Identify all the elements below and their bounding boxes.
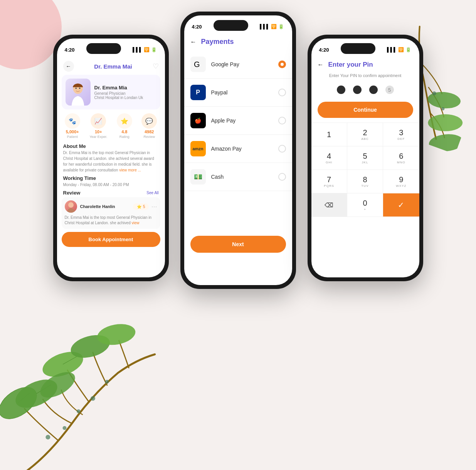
payment-item-cash[interactable]: 💵 Cash (184, 163, 292, 191)
key-3[interactable]: 3 DEF (383, 123, 419, 146)
back-button-2[interactable]: ← (190, 39, 197, 45)
key-confirm[interactable]: ✓ (383, 193, 419, 217)
paypal-label: Paypal (211, 89, 273, 96)
wifi-icon: 🛜 (144, 47, 150, 52)
more-icon[interactable]: ··· (151, 203, 157, 211)
status-icons-2: ▌▌▌ 🛜 🔋 (260, 24, 284, 29)
phone-screen-1: 4:20 ▌▌▌ 🛜 🔋 ← Dr. Emma Mai ♡ (57, 39, 165, 277)
payment-item-amazon[interactable]: amzn Amazon Pay (184, 135, 292, 163)
key-6[interactable]: 6 MNO (383, 146, 419, 170)
heart-icon[interactable]: ♡ (153, 62, 159, 70)
star-icon: ⭐ (137, 205, 141, 209)
payments-title: Payments (201, 38, 234, 46)
google-pay-label: Google Pay (211, 61, 273, 67)
key-8[interactable]: 8 TUV (347, 170, 383, 193)
payment-item-paypal[interactable]: P Paypal (184, 79, 292, 107)
rating-icon: ⭐ (117, 113, 132, 129)
working-title: Working Time (63, 175, 159, 182)
phone-screen-3: 4:20 ▌▌▌ 🛜 🔋 ← Enter your Pin Enter Your… (311, 39, 419, 277)
see-all-link[interactable]: See All (146, 191, 158, 195)
phone-doctor-profile: 4:20 ▌▌▌ 🛜 🔋 ← Dr. Emma Mai ♡ (53, 35, 169, 281)
keypad: 1 2 ABC 3 DEF 4 GHI 5 JKL (311, 123, 419, 217)
key-5[interactable]: 5 JKL (347, 146, 383, 170)
stat-exp-value: 10+ (95, 129, 102, 134)
battery-icon-3: 🔋 (405, 47, 411, 52)
review-card: Charolette Hanlin ⭐ 5 ··· Dr. Emma Mai i… (62, 197, 160, 229)
amazon-pay-label: Amazon Pay (211, 146, 273, 152)
review-text: Dr. Emma Mai is the top most General Phy… (65, 215, 157, 226)
svg-point-22 (75, 87, 77, 89)
signal-icon: ▌▌▌ (133, 47, 143, 52)
view-more-link[interactable]: view more ... (119, 168, 141, 172)
google-pay-radio[interactable] (278, 60, 286, 68)
doctor-specialty: General Physician (94, 91, 143, 96)
key-4[interactable]: 4 GHI (311, 146, 347, 170)
signal-icon-3: ▌▌▌ (387, 47, 397, 52)
key-9[interactable]: 9 WXYZ (383, 170, 419, 193)
stat-patient-label: Patient (67, 135, 78, 139)
svg-point-10 (45, 435, 50, 440)
paypal-icon: P (190, 85, 206, 100)
dynamic-island-3 (341, 43, 375, 54)
wifi-icon-3: 🛜 (398, 47, 404, 52)
reviewer-name: Charolette Hanlin (80, 204, 115, 209)
stats-row: 🐾 5,000+ Patient 📈 10+ Year Exper. ⭐ 4.8… (57, 109, 165, 141)
amazon-pay-radio[interactable] (278, 145, 286, 153)
about-text: Dr. Emma Mai is the top most General Phy… (57, 150, 165, 173)
key-backspace[interactable]: ⌫ (311, 193, 347, 217)
review-link[interactable]: view (132, 221, 140, 225)
doctor-hospital: Christ Hospital in Londan Uk (94, 96, 143, 100)
review-title: Review (63, 190, 81, 196)
pin-title: Enter your Pin (328, 61, 373, 69)
svg-point-11 (62, 426, 67, 430)
phone-pin: 4:20 ▌▌▌ 🛜 🔋 ← Enter your Pin Enter Your… (308, 35, 423, 281)
p1-header: ← Dr. Emma Mai ♡ (57, 58, 165, 75)
payment-item-applepay[interactable]: 🍎 Apple Pay (184, 107, 292, 135)
stat-rating-value: 4.8 (121, 129, 127, 134)
review-icon: 💬 (141, 113, 157, 129)
battery-icon-2: 🔋 (278, 24, 284, 29)
dynamic-island-1 (86, 43, 121, 54)
stat-review-value: 4982 (145, 129, 154, 134)
next-button[interactable]: Next (190, 236, 286, 253)
apple-pay-label: Apple Pay (211, 118, 273, 124)
about-title: About Me (57, 141, 165, 150)
status-icons-1: ▌▌▌ 🛜 🔋 (133, 47, 157, 52)
cash-radio[interactable] (278, 173, 286, 181)
doctor-name: Dr. Emma Mia (94, 85, 143, 91)
svg-text:G: G (194, 60, 200, 69)
stat-review: 💬 4982 Review (141, 113, 157, 139)
p2-header: ← Payments (184, 35, 292, 50)
book-appointment-button[interactable]: Book Appointment (62, 232, 160, 247)
stat-rating-label: Rating (119, 135, 130, 139)
key-7[interactable]: 7 PQRS (311, 170, 347, 193)
pin-subtitle: Enter Your PIN to confirm appointment (311, 72, 419, 82)
star-badge: ⭐ 5 (133, 203, 149, 210)
status-bar-3: 4:20 ▌▌▌ 🛜 🔋 (311, 39, 419, 58)
review-user: Charolette Hanlin ⭐ 5 ··· (65, 200, 157, 213)
svg-point-24 (68, 202, 74, 208)
back-button-3[interactable]: ← (318, 61, 324, 68)
p1-title: Dr. Emma Mai (94, 63, 132, 70)
status-bar-1: 4:20 ▌▌▌ 🛜 🔋 (57, 39, 165, 58)
key-0[interactable]: 0 + (347, 193, 383, 217)
stat-exp-label: Year Exper. (89, 135, 107, 139)
google-pay-icon: G (190, 57, 206, 72)
paypal-radio[interactable] (278, 89, 286, 96)
svg-point-23 (79, 87, 80, 89)
status-time-2: 4:20 (192, 24, 202, 30)
payment-item-google[interactable]: G Google Pay (184, 50, 292, 79)
cash-icon: 💵 (190, 169, 206, 185)
pin-dot-4: 5 (385, 86, 394, 94)
continue-button[interactable]: Continue (318, 102, 413, 118)
apple-pay-radio[interactable] (278, 117, 286, 124)
pin-dots-row: 5 (311, 82, 419, 102)
doctor-card: Dr. Emma Mia General Physician Christ Ho… (62, 75, 160, 109)
stat-patient: 🐾 5,000+ Patient (65, 113, 80, 139)
back-button-1[interactable]: ← (63, 61, 74, 72)
back-arrow-icon-3: ← (318, 61, 324, 68)
key-2[interactable]: 2 ABC (347, 123, 383, 146)
pin-dot-3 (369, 86, 378, 94)
key-1[interactable]: 1 (311, 123, 347, 146)
status-bar-2: 4:20 ▌▌▌ 🛜 🔋 (184, 15, 292, 35)
